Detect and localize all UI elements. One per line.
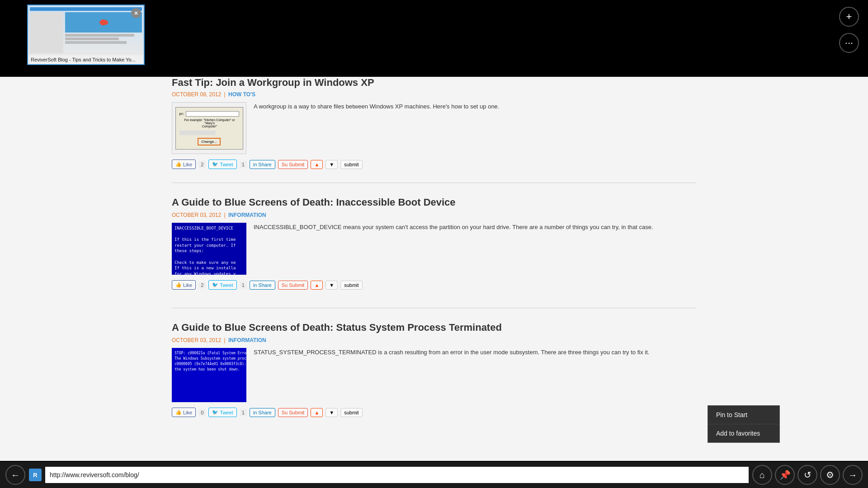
home-button[interactable]: ⌂ bbox=[752, 465, 772, 485]
browser-content: Fast Tip: Join a Workgroup in Windows XP… bbox=[0, 77, 868, 461]
share-button-workgroup[interactable]: in Share bbox=[250, 160, 275, 169]
article-body-workgroup: pc: For example: "Kitchen Computer" or "… bbox=[172, 102, 696, 154]
like-count-bsod2: 0 bbox=[198, 409, 206, 416]
article-bsod-inaccessible: A Guide to Blue Screens of Death: Inacce… bbox=[172, 192, 696, 299]
tab-title: ReviverSoft Blog - Tips and Tricks to Ma… bbox=[28, 55, 144, 64]
article-date: OCTOBER 08, 2012 bbox=[172, 91, 221, 98]
reddit-button-bsod2[interactable]: ▲ bbox=[311, 408, 323, 417]
tweet-count-bsod1: 1 bbox=[240, 282, 247, 289]
tab-close-button[interactable]: × bbox=[131, 8, 141, 18]
reddit-down-workgroup[interactable]: ▼ bbox=[326, 160, 338, 169]
forward-button[interactable]: → bbox=[843, 465, 863, 485]
linkedin-icon-bsod1: in bbox=[253, 282, 257, 288]
like-button-workgroup[interactable]: 👍 Like bbox=[172, 160, 196, 169]
stumble-button-workgroup[interactable]: Su Submit bbox=[278, 160, 308, 169]
like-icon-bsod2: 👍 bbox=[175, 409, 182, 415]
like-button-bsod1[interactable]: 👍 Like bbox=[172, 280, 196, 290]
like-button-bsod2[interactable]: 👍 Like bbox=[172, 408, 196, 417]
like-icon-bsod1: 👍 bbox=[175, 282, 182, 288]
reddit-icon: ▲ bbox=[314, 162, 319, 167]
new-tab-button[interactable]: + bbox=[839, 7, 859, 27]
article-workgroup-partial: Fast Tip: Join a Workgroup in Windows XP… bbox=[172, 77, 696, 174]
share-button-bsod1[interactable]: in Share bbox=[250, 281, 275, 290]
reddit-button-bsod1[interactable]: ▲ bbox=[311, 281, 323, 290]
article-meta-bsod2: OCTOBER 03, 2012 | INFORMATION bbox=[172, 337, 696, 343]
linkedin-icon-bsod2: in bbox=[253, 410, 257, 415]
bsod-text-2: STOP: c000021a {Fatal System Error} The … bbox=[175, 351, 244, 372]
social-bar-bsod2: 👍 Like 0 🐦 Tweet 1 in Share Su Submit ▲ bbox=[172, 408, 696, 417]
more-options-button[interactable]: ··· bbox=[839, 33, 859, 53]
article-category-bsod2: INFORMATION bbox=[228, 337, 266, 343]
favicon: R bbox=[29, 469, 42, 481]
tweet-button-bsod2[interactable]: 🐦 Tweet bbox=[208, 408, 236, 417]
stumble-icon-bsod1: Su bbox=[282, 282, 288, 288]
back-button[interactable]: ← bbox=[5, 465, 25, 485]
article-meta-bsod1: OCTOBER 03, 2012 | INFORMATION bbox=[172, 212, 696, 218]
pin-button[interactable]: 📌 bbox=[775, 465, 795, 485]
article-title-bsod-inaccessible: A Guide to Blue Screens of Death: Inacce… bbox=[172, 197, 696, 208]
divider-1 bbox=[172, 183, 696, 183]
meta-sep-bsod1: | bbox=[224, 212, 226, 218]
article-date-bsod2: OCTOBER 03, 2012 bbox=[172, 337, 221, 343]
meta-sep-bsod2: | bbox=[224, 337, 226, 343]
tweet-count-workgroup: 1 bbox=[240, 161, 247, 168]
divider-2 bbox=[172, 308, 696, 308]
article-text-workgroup: A workgroup is a way to share files betw… bbox=[254, 102, 696, 111]
bottom-right-nav-buttons: ⌂ 📌 ↺ ⚙ → bbox=[752, 465, 863, 485]
stumble-button-bsod2[interactable]: Su Submit bbox=[278, 408, 308, 417]
reddit-submit-bsod2[interactable]: submit bbox=[340, 408, 362, 417]
workgroup-change-btn[interactable]: Change... bbox=[198, 138, 221, 145]
twitter-icon: 🐦 bbox=[212, 161, 218, 167]
stumble-button-bsod1[interactable]: Su Submit bbox=[278, 281, 308, 290]
reddit-submit-bsod1[interactable]: submit bbox=[340, 281, 362, 290]
tweet-count-bsod2: 1 bbox=[240, 409, 247, 416]
article-body-bsod1: INACCESSIBLE_BOOT_DEVICE If this is the … bbox=[172, 223, 696, 275]
article-text-bsod2: STATUS_SYSTEM_PROCESS_TERMINATED is a cr… bbox=[254, 348, 696, 357]
article-image-workgroup: pc: For example: "Kitchen Computer" or "… bbox=[172, 102, 246, 154]
address-bar: ← R ⌂ 📌 ↺ ⚙ → bbox=[0, 462, 868, 488]
twitter-icon-bsod2: 🐦 bbox=[212, 409, 218, 415]
stumble-icon: Su bbox=[282, 162, 288, 167]
meta-separator: | bbox=[224, 91, 226, 98]
add-to-favorites-menu-item[interactable]: Add to favorites bbox=[708, 424, 779, 442]
social-bar-workgroup: 👍 Like 2 🐦 Tweet 1 in Share Su Submit bbox=[172, 160, 696, 169]
article-date-bsod1: OCTOBER 03, 2012 bbox=[172, 212, 221, 218]
article-image-bsod2: STOP: c000021a {Fatal System Error} The … bbox=[172, 348, 246, 402]
article-body-bsod2: STOP: c000021a {Fatal System Error} The … bbox=[172, 348, 696, 402]
bsod-text-1: INACCESSIBLE_BOOT_DEVICE If this is the … bbox=[175, 225, 244, 275]
twitter-icon-bsod1: 🐦 bbox=[212, 282, 218, 288]
top-right-controls: + ··· bbox=[839, 7, 859, 53]
share-button-bsod2[interactable]: in Share bbox=[250, 408, 275, 417]
url-input[interactable] bbox=[45, 467, 749, 483]
like-count-workgroup: 2 bbox=[198, 161, 206, 168]
tweet-button-bsod1[interactable]: 🐦 Tweet bbox=[208, 280, 236, 290]
reddit-down-bsod1[interactable]: ▼ bbox=[326, 281, 338, 290]
settings-button[interactable]: ⚙ bbox=[820, 465, 840, 485]
article-title-partial: Fast Tip: Join a Workgroup in Windows XP bbox=[172, 77, 696, 89]
reddit-submit-workgroup[interactable]: submit bbox=[340, 160, 362, 169]
article-bsod-status: A Guide to Blue Screens of Death: Status… bbox=[172, 317, 696, 426]
tweet-button-workgroup[interactable]: 🐦 Tweet bbox=[208, 160, 236, 169]
article-image-bsod1: INACCESSIBLE_BOOT_DEVICE If this is the … bbox=[172, 223, 246, 275]
linkedin-icon: in bbox=[253, 162, 257, 167]
article-category-bsod1: INFORMATION bbox=[228, 212, 266, 218]
article-meta-workgroup: OCTOBER 08, 2012 | HOW TO'S bbox=[172, 91, 696, 98]
tab-thumbnail[interactable]: ReviverSoft Blog - Tips and Tricks to Ma… bbox=[27, 5, 145, 65]
social-bar-bsod1: 👍 Like 2 🐦 Tweet 1 in Share Su Submit ▲ bbox=[172, 280, 696, 290]
like-count-bsod1: 2 bbox=[198, 282, 206, 289]
tab-preview-image bbox=[28, 5, 144, 55]
pin-to-start-menu-item[interactable]: Pin to Start bbox=[708, 406, 779, 424]
article-text-bsod1: INACCESSIBLE_BOOT_DEVICE means your syst… bbox=[254, 223, 696, 232]
reddit-button-workgroup[interactable]: ▲ bbox=[311, 160, 323, 169]
refresh-button[interactable]: ↺ bbox=[797, 465, 817, 485]
article-title-bsod-status: A Guide to Blue Screens of Death: Status… bbox=[172, 322, 696, 333]
article-category: HOW TO'S bbox=[228, 91, 255, 98]
stumble-icon-bsod2: Su bbox=[282, 410, 288, 415]
reddit-down-bsod2[interactable]: ▼ bbox=[326, 408, 338, 417]
context-menu: Pin to Start Add to favorites bbox=[708, 405, 780, 443]
like-icon: 👍 bbox=[175, 161, 182, 167]
